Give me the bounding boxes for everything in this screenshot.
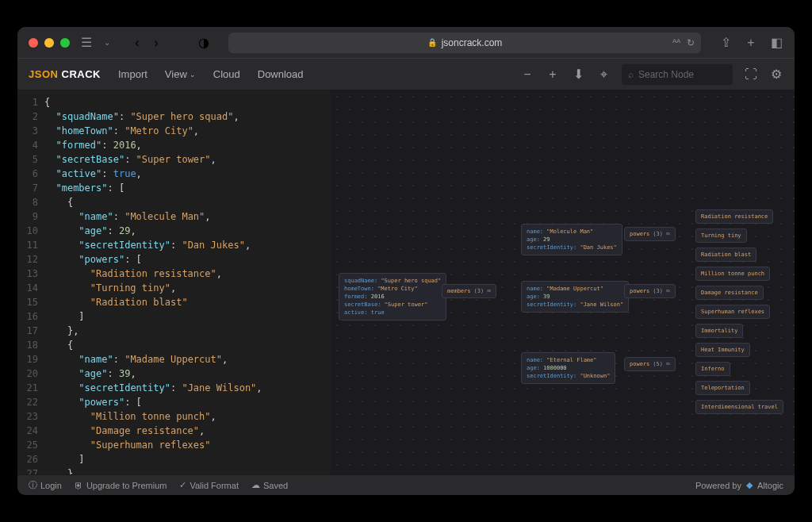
search-icon: ⌕ <box>628 69 634 80</box>
zoom-out-icon[interactable]: − <box>520 67 534 82</box>
graph-power-leaf-1-0[interactable]: Million tonne punch <box>695 267 770 281</box>
user-icon: ⓘ <box>29 479 37 491</box>
maximize-window-button[interactable] <box>60 38 70 48</box>
chevron-down-icon[interactable]: ⌄ <box>100 36 114 50</box>
reader-icon[interactable]: ᴬᴬ <box>672 37 680 48</box>
app-toolbar: JSON CRACK Import View⌄ Cloud Download −… <box>17 59 795 90</box>
menu-import[interactable]: Import <box>118 68 147 80</box>
line-gutter: 1234567891011121314151617181920212223242… <box>17 90 44 474</box>
login-button[interactable]: ⓘLogin <box>29 479 62 491</box>
close-window-button[interactable] <box>29 38 38 48</box>
search-node-input[interactable]: ⌕ Search Node <box>622 64 733 85</box>
shield-icon[interactable]: ◑ <box>197 36 211 50</box>
fullscreen-icon[interactable]: ⛶ <box>744 67 758 82</box>
graph-member-node-1[interactable]: name: "Madame Uppercut"age: 39secretIden… <box>521 281 629 313</box>
forward-button[interactable]: › <box>149 36 163 50</box>
url-bar[interactable]: 🔒 jsoncrack.com ᴬᴬ ↻ <box>228 33 701 53</box>
lock-icon: 🔒 <box>427 38 437 47</box>
menu-cloud[interactable]: Cloud <box>213 68 240 80</box>
upgrade-button[interactable]: ⛨Upgrade to Premium <box>75 481 167 490</box>
graph-view[interactable]: squadName: "Super hero squad"homeTown: "… <box>331 90 795 474</box>
graph-powers-array-1[interactable]: powers (3) ∞ <box>624 284 676 298</box>
browser-titlebar: ☰ ⌄ ‹ › ◑ 🔒 jsoncrack.com ᴬᴬ ↻ ⇪ + ◧ <box>17 27 795 59</box>
saved-status: ☁Saved <box>251 480 288 490</box>
graph-power-leaf-2-1[interactable]: Heat Immunity <box>695 343 750 357</box>
graph-power-leaf-1-2[interactable]: Superhuman reflexes <box>695 305 770 319</box>
powered-by[interactable]: Powered by ◆ Altogic <box>695 480 783 490</box>
back-button[interactable]: ‹ <box>130 36 144 50</box>
code-editor[interactable]: 1234567891011121314151617181920212223242… <box>17 90 331 474</box>
settings-icon[interactable]: ⚙ <box>769 67 783 82</box>
graph-powers-array-2[interactable]: powers (5) ∞ <box>624 357 676 371</box>
zoom-in-icon[interactable]: + <box>546 67 560 82</box>
menu-download[interactable]: Download <box>258 68 304 80</box>
graph-power-leaf-2-2[interactable]: Inferno <box>695 362 730 376</box>
sidebar-icon[interactable]: ☰ <box>79 36 94 50</box>
tabs-icon[interactable]: ◧ <box>769 36 783 50</box>
code-content[interactable]: { "squadName": "Super hero squad", "home… <box>44 90 331 474</box>
reload-icon[interactable]: ↻ <box>687 37 695 48</box>
graph-power-leaf-0-0[interactable]: Radiation resistance <box>695 209 773 224</box>
graph-powers-array-0[interactable]: powers (3) ∞ <box>624 227 676 241</box>
menu-view[interactable]: View⌄ <box>165 68 196 80</box>
app-logo[interactable]: JSON CRACK <box>29 68 101 80</box>
minimize-window-button[interactable] <box>44 38 54 48</box>
graph-power-leaf-2-3[interactable]: Teleportation <box>695 381 750 395</box>
check-icon: ✓ <box>179 480 186 490</box>
url-text: jsoncrack.com <box>442 37 503 48</box>
status-bar: ⓘLogin ⛨Upgrade to Premium ✓Valid Format… <box>17 474 795 495</box>
center-icon[interactable]: ⌖ <box>596 67 611 82</box>
graph-members-array[interactable]: members (3) ∞ <box>442 284 496 298</box>
new-tab-icon[interactable]: + <box>744 36 758 50</box>
graph-power-leaf-2-4[interactable]: Interdimensional travel <box>695 400 783 414</box>
graph-member-node-2[interactable]: name: "Eternal Flame"age: 1000000secretI… <box>521 352 615 384</box>
graph-root-node[interactable]: squadName: "Super hero squad"homeTown: "… <box>339 273 446 320</box>
graph-power-leaf-0-2[interactable]: Radiation blast <box>695 248 756 262</box>
graph-power-leaf-2-0[interactable]: Immortality <box>695 324 743 338</box>
graph-member-node-0[interactable]: name: "Molecule Man"age: 29secretIdentit… <box>521 224 622 255</box>
graph-power-leaf-1-1[interactable]: Damage resistance <box>695 286 764 300</box>
valid-format-status: ✓Valid Format <box>179 480 239 490</box>
download-icon[interactable]: ⬇ <box>571 67 585 82</box>
cloud-icon: ☁ <box>251 480 260 490</box>
chevron-down-icon: ⌄ <box>190 71 196 79</box>
shield-icon: ⛨ <box>75 481 83 490</box>
share-icon[interactable]: ⇪ <box>718 36 733 50</box>
altogic-icon: ◆ <box>746 480 753 490</box>
graph-power-leaf-0-1[interactable]: Turning tiny <box>695 228 747 243</box>
